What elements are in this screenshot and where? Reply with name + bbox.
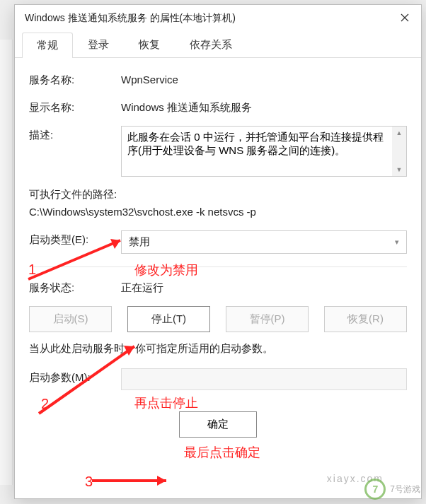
start-params-input bbox=[121, 368, 407, 390]
tab-recovery[interactable]: 恢复 bbox=[124, 32, 175, 57]
scroll-up-icon[interactable]: ▲ bbox=[392, 127, 406, 139]
watermark-brand: 7号游戏 bbox=[390, 484, 420, 496]
annotation-arrow-3 bbox=[92, 474, 177, 488]
svg-line-4 bbox=[39, 346, 134, 414]
service-name-value: WpnService bbox=[121, 71, 407, 86]
description-label: 描述: bbox=[29, 126, 121, 142]
svg-line-2 bbox=[28, 240, 120, 279]
window-title: Windows 推送通知系统服务 的属性(本地计算机) bbox=[25, 12, 388, 25]
annotation-arrow-2 bbox=[39, 339, 145, 417]
service-status-value: 正在运行 bbox=[121, 279, 407, 295]
close-button[interactable] bbox=[388, 5, 421, 32]
service-name-label: 服务名称: bbox=[29, 71, 121, 87]
display-name-value: Windows 推送通知系统服务 bbox=[121, 98, 407, 115]
startup-type-select[interactable]: 禁用 ▾ bbox=[121, 230, 407, 254]
stop-button[interactable]: 停止(T) bbox=[127, 306, 210, 332]
display-name-label: 显示名称: bbox=[29, 98, 121, 115]
description-scrollbar[interactable]: ▲ ▼ bbox=[392, 127, 406, 176]
description-box: ▲ ▼ bbox=[121, 126, 407, 177]
description-text[interactable] bbox=[122, 127, 392, 176]
pause-button: 暂停(P) bbox=[226, 306, 309, 332]
resume-button: 恢复(R) bbox=[324, 306, 407, 332]
start-button: 启动(S) bbox=[29, 306, 112, 332]
tab-general[interactable]: 常规 bbox=[22, 33, 73, 58]
close-icon bbox=[401, 13, 409, 24]
annotation-arrow-1 bbox=[28, 233, 134, 283]
tab-deps[interactable]: 依存关系 bbox=[175, 32, 247, 57]
svg-marker-7 bbox=[157, 476, 166, 486]
chevron-down-icon: ▾ bbox=[395, 238, 399, 247]
ok-button[interactable]: 确定 bbox=[179, 411, 257, 438]
exe-path-label: 可执行文件的路径: bbox=[29, 188, 407, 201]
scroll-down-icon[interactable]: ▼ bbox=[392, 163, 406, 176]
service-control-buttons: 启动(S) 停止(T) 暂停(P) 恢复(R) bbox=[29, 306, 407, 332]
tabs: 常规 登录 恢复 依存关系 bbox=[15, 32, 421, 58]
watermark: 7 7号游戏 bbox=[364, 479, 420, 500]
titlebar: Windows 推送通知系统服务 的属性(本地计算机) bbox=[15, 5, 421, 32]
exe-path-value: C:\Windows\system32\svchost.exe -k netsv… bbox=[29, 206, 407, 218]
tab-logon[interactable]: 登录 bbox=[73, 32, 124, 57]
watermark-logo-icon: 7 bbox=[364, 479, 386, 500]
